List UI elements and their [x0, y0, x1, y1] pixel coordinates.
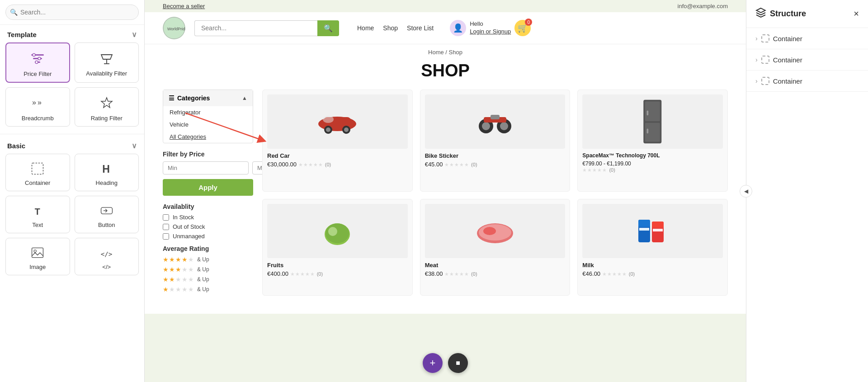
shop-search-input[interactable]	[194, 20, 317, 36]
categories-header: ☰ Categories ▲	[163, 90, 253, 106]
right-panel: Structure × › Container › Container › Co…	[746, 0, 868, 382]
template-item-breadcrumb[interactable]: » » Breadcrumb	[5, 87, 70, 127]
unmanaged-label: Unmanaged	[173, 233, 205, 240]
and-up-1: & Up	[197, 286, 209, 292]
rating-row-3[interactable]: ★★★★★ & Up	[163, 266, 253, 273]
struct-box-icon-0	[761, 34, 769, 42]
template-label: Template	[7, 31, 37, 38]
nav-shop[interactable]: Shop	[383, 24, 398, 32]
rating-row-2[interactable]: ★★★★★ & Up	[163, 276, 253, 283]
and-up-2: & Up	[197, 276, 209, 283]
basic-grid: Container H Heading T Text Button	[0, 154, 144, 281]
container-label: Container	[25, 179, 50, 186]
category-vehicle[interactable]: Vehicle	[163, 118, 253, 131]
svg-marker-10	[101, 98, 112, 108]
svg-rect-46	[638, 220, 650, 227]
filter-by-price-label: Filter by Price	[163, 151, 253, 158]
basic-chevron[interactable]: ∨	[132, 141, 137, 150]
category-refrigerator[interactable]: Refrigerator	[163, 106, 253, 118]
struct-label-1: Container	[773, 56, 802, 64]
basic-item-image[interactable]: Image	[5, 238, 70, 275]
categories-chevron[interactable]: ▲	[242, 95, 247, 101]
product-name-5: Milk	[582, 262, 723, 269]
product-name-4: Meat	[425, 262, 566, 269]
product-card-0: Red Car €30,000.00 ★★★★★ (0)	[262, 90, 413, 192]
template-item-price-filter[interactable]: Price Filter	[5, 42, 70, 83]
svg-text:H: H	[102, 163, 110, 175]
in-stock-check[interactable]	[163, 214, 169, 221]
struct-label-0: Container	[773, 35, 802, 42]
basic-item-container[interactable]: Container	[5, 154, 70, 191]
fab-add-button[interactable]: +	[423, 353, 443, 373]
shop-email: info@example.com	[678, 3, 728, 9]
become-seller-link[interactable]: Become a seller	[163, 3, 205, 9]
breadcrumb-label: Breadcrumb	[22, 115, 54, 122]
product-price-3: €400.00 ★★★★★ (0)	[267, 270, 408, 277]
search-icon: 🔍	[10, 9, 18, 16]
basic-item-text[interactable]: T Text	[5, 196, 70, 233]
template-chevron[interactable]: ∨	[132, 30, 137, 39]
svg-rect-33	[491, 115, 500, 119]
nav-home[interactable]: Home	[357, 24, 374, 32]
search-bar: 🔍	[0, 0, 144, 25]
shop-content: ☰ Categories ▲ Refrigerator Vehicle All …	[145, 90, 746, 314]
out-stock-check[interactable]	[163, 224, 169, 230]
rating-row-4[interactable]: ★★★★★ & Up	[163, 256, 253, 263]
svg-rect-37	[647, 110, 649, 115]
stars-2: ★★★★★	[163, 276, 194, 283]
shop-header: WorldPride 🔍 Home Shop Store List 👤 Hell…	[145, 12, 746, 44]
svg-point-41	[328, 227, 337, 236]
svg-text:WorldPride: WorldPride	[167, 27, 185, 31]
shop-search-wrap: 🔍	[194, 20, 339, 36]
cart-icon[interactable]: 🛒 0	[514, 20, 531, 36]
basic-section-header: Basic ∨	[0, 136, 144, 154]
svg-point-44	[483, 227, 496, 235]
fab-stop-button[interactable]: ■	[448, 353, 468, 373]
svg-rect-49	[652, 222, 664, 228]
product-price-1: €45.00 ★★★★★ (0)	[425, 161, 566, 168]
apply-button[interactable]: Apply	[163, 179, 253, 196]
svg-point-17	[34, 250, 36, 252]
shop-search-button[interactable]: 🔍	[317, 20, 339, 36]
product-grid: Red Car €30,000.00 ★★★★★ (0)	[262, 90, 728, 296]
collapse-button[interactable]: ◀	[740, 185, 752, 198]
nav-store-list[interactable]: Store List	[407, 24, 434, 32]
template-item-availability-filter[interactable]: Availablity Filter	[75, 42, 139, 83]
category-all[interactable]: All Categories	[163, 131, 253, 143]
middle-panel: Become a seller info@example.com WorldPr…	[145, 0, 746, 382]
svg-text:»: »	[38, 99, 42, 106]
image-label: Image	[29, 264, 46, 270]
template-item-rating-filter[interactable]: Rating Filter	[75, 87, 139, 127]
right-panel-header: Structure ×	[746, 0, 868, 28]
unmanaged-checkbox[interactable]: Unmanaged	[163, 233, 253, 240]
structure-container-0[interactable]: › Container	[746, 28, 868, 49]
stars-1: ★★★★★	[163, 286, 194, 293]
structure-container-2[interactable]: › Container	[746, 71, 868, 92]
basic-item-heading[interactable]: H Heading	[75, 154, 139, 191]
basic-item-button[interactable]: Button	[75, 196, 139, 233]
svg-rect-11	[32, 163, 43, 174]
product-card-5: Milk €46.00 ★★★★★ (0)	[577, 199, 728, 296]
search-input[interactable]	[5, 5, 139, 20]
svg-point-3	[33, 54, 35, 57]
struct-chevron-2: ›	[755, 77, 758, 85]
close-button[interactable]: ×	[854, 9, 859, 19]
unmanaged-check[interactable]	[163, 233, 169, 240]
price-inputs	[163, 161, 253, 174]
out-stock-label: Out of Stock	[173, 223, 205, 230]
product-price-5: €46.00 ★★★★★ (0)	[582, 270, 723, 277]
struct-chevron-0: ›	[755, 35, 758, 42]
struct-label-2: Container	[773, 77, 802, 85]
template-grid: Price Filter Availablity Filter » » Brea…	[0, 42, 144, 132]
user-action[interactable]: Login or Signup	[470, 28, 511, 36]
rating-row-1[interactable]: ★★★★★ & Up	[163, 286, 253, 293]
stars-3: ★★★★★	[163, 266, 194, 273]
product-card-3: Fruits €400.00 ★★★★★ (0)	[262, 199, 413, 296]
in-stock-checkbox[interactable]: In Stock	[163, 214, 253, 221]
structure-container-1[interactable]: › Container	[746, 49, 868, 71]
price-min-input[interactable]	[163, 161, 249, 174]
out-stock-checkbox[interactable]: Out of Stock	[163, 223, 253, 230]
product-price-0: €30,000.00 ★★★★★ (0)	[267, 161, 408, 168]
code-label: </>	[102, 264, 111, 270]
basic-item-code[interactable]: </> </>	[75, 238, 139, 275]
